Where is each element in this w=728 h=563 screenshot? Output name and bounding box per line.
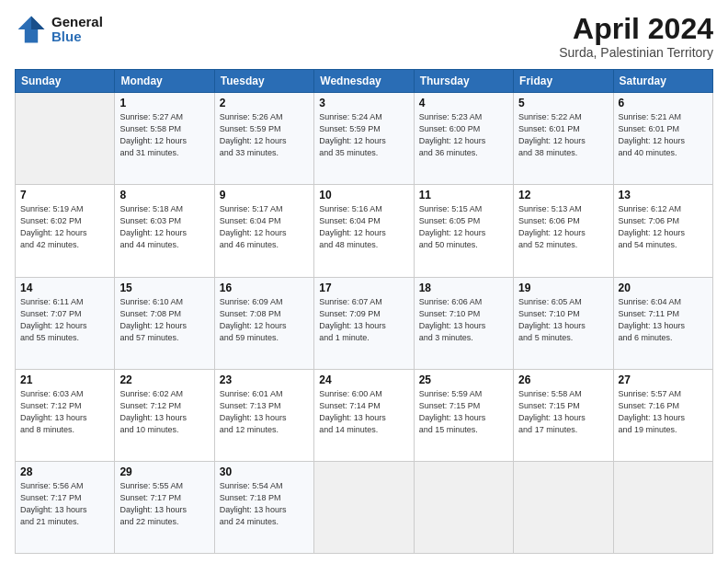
day-number: 21 [20, 373, 109, 386]
day-info: Sunrise: 5:26 AM Sunset: 5:59 PM Dayligh… [220, 111, 309, 159]
day-number: 27 [619, 373, 708, 386]
calendar-cell: 7Sunrise: 5:19 AM Sunset: 6:02 PM Daylig… [16, 185, 115, 277]
calendar-cell: 19Sunrise: 6:05 AM Sunset: 7:10 PM Dayli… [514, 277, 613, 369]
col-wednesday: Wednesday [314, 70, 414, 93]
day-info: Sunrise: 6:02 AM Sunset: 7:12 PM Dayligh… [119, 388, 209, 436]
calendar-cell: 14Sunrise: 6:11 AM Sunset: 7:07 PM Dayli… [16, 277, 115, 369]
header: General Blue April 2024 Surda, Palestini… [15, 13, 713, 60]
calendar-cell: 18Sunrise: 6:06 AM Sunset: 7:10 PM Dayli… [414, 277, 513, 369]
day-info: Sunrise: 6:00 AM Sunset: 7:14 PM Dayligh… [319, 388, 408, 436]
col-friday: Friday [514, 70, 613, 93]
logo-icon [15, 13, 48, 46]
day-number: 1 [119, 97, 209, 109]
day-info: Sunrise: 5:17 AM Sunset: 6:04 PM Dayligh… [220, 203, 309, 251]
col-monday: Monday [115, 70, 214, 93]
day-number: 10 [319, 189, 408, 201]
calendar-cell: 5Sunrise: 5:22 AM Sunset: 6:01 PM Daylig… [514, 93, 613, 185]
day-info: Sunrise: 6:12 AM Sunset: 7:06 PM Dayligh… [619, 203, 708, 251]
day-info: Sunrise: 5:13 AM Sunset: 6:06 PM Dayligh… [518, 203, 608, 251]
day-info: Sunrise: 5:57 AM Sunset: 7:16 PM Dayligh… [619, 388, 708, 436]
calendar-cell: 28Sunrise: 5:56 AM Sunset: 7:17 PM Dayli… [16, 461, 115, 553]
day-number: 2 [220, 97, 309, 109]
day-number: 29 [119, 465, 209, 478]
calendar-cell: 17Sunrise: 6:07 AM Sunset: 7:09 PM Dayli… [314, 277, 414, 369]
day-number: 6 [619, 97, 708, 109]
day-number: 13 [619, 189, 708, 201]
day-number: 26 [518, 373, 608, 386]
day-number: 5 [518, 97, 608, 109]
calendar-cell: 3Sunrise: 5:24 AM Sunset: 5:59 PM Daylig… [314, 93, 414, 185]
day-info: Sunrise: 6:05 AM Sunset: 7:10 PM Dayligh… [518, 296, 608, 344]
month-title: April 2024 [559, 13, 713, 45]
calendar-cell: 22Sunrise: 6:02 AM Sunset: 7:12 PM Dayli… [115, 369, 214, 461]
calendar-cell: 11Sunrise: 5:15 AM Sunset: 6:05 PM Dayli… [414, 185, 513, 277]
logo-text: General Blue [51, 15, 103, 45]
day-number: 30 [220, 465, 309, 478]
day-info: Sunrise: 5:16 AM Sunset: 6:04 PM Dayligh… [319, 203, 408, 251]
day-info: Sunrise: 6:04 AM Sunset: 7:11 PM Dayligh… [619, 296, 708, 344]
day-number: 14 [20, 282, 109, 294]
day-info: Sunrise: 6:06 AM Sunset: 7:10 PM Dayligh… [419, 296, 508, 344]
calendar-cell [16, 93, 115, 185]
day-info: Sunrise: 5:58 AM Sunset: 7:15 PM Dayligh… [518, 388, 608, 436]
calendar-cell: 1Sunrise: 5:27 AM Sunset: 5:58 PM Daylig… [115, 93, 214, 185]
day-info: Sunrise: 5:15 AM Sunset: 6:05 PM Dayligh… [419, 203, 508, 251]
day-info: Sunrise: 5:22 AM Sunset: 6:01 PM Dayligh… [518, 111, 608, 159]
title-block: April 2024 Surda, Palestinian Territory [559, 13, 713, 60]
col-saturday: Saturday [613, 70, 712, 93]
day-info: Sunrise: 5:27 AM Sunset: 5:58 PM Dayligh… [119, 111, 209, 159]
calendar-cell: 8Sunrise: 5:18 AM Sunset: 6:03 PM Daylig… [115, 185, 214, 277]
calendar-cell: 21Sunrise: 6:03 AM Sunset: 7:12 PM Dayli… [16, 369, 115, 461]
day-info: Sunrise: 5:23 AM Sunset: 6:00 PM Dayligh… [419, 111, 508, 159]
day-info: Sunrise: 6:11 AM Sunset: 7:07 PM Dayligh… [20, 296, 109, 344]
day-number: 15 [119, 282, 209, 294]
calendar-cell: 4Sunrise: 5:23 AM Sunset: 6:00 PM Daylig… [414, 93, 513, 185]
calendar-cell: 25Sunrise: 5:59 AM Sunset: 7:15 PM Dayli… [414, 369, 513, 461]
calendar-cell [613, 461, 712, 553]
calendar-cell: 23Sunrise: 6:01 AM Sunset: 7:13 PM Dayli… [214, 369, 313, 461]
day-info: Sunrise: 5:54 AM Sunset: 7:18 PM Dayligh… [220, 480, 309, 528]
day-info: Sunrise: 5:21 AM Sunset: 6:01 PM Dayligh… [619, 111, 708, 159]
day-number: 20 [619, 282, 708, 294]
calendar-week-row-1: 7Sunrise: 5:19 AM Sunset: 6:02 PM Daylig… [16, 185, 713, 277]
calendar-cell: 2Sunrise: 5:26 AM Sunset: 5:59 PM Daylig… [214, 93, 313, 185]
day-number: 17 [319, 282, 408, 294]
day-number: 23 [220, 373, 309, 386]
col-sunday: Sunday [16, 70, 115, 93]
svg-marker-1 [31, 17, 44, 29]
day-number: 18 [419, 282, 508, 294]
col-thursday: Thursday [414, 70, 513, 93]
calendar-cell [514, 461, 613, 553]
day-number: 24 [319, 373, 408, 386]
calendar-cell: 12Sunrise: 5:13 AM Sunset: 6:06 PM Dayli… [514, 185, 613, 277]
day-number: 8 [119, 189, 209, 201]
calendar-cell: 15Sunrise: 6:10 AM Sunset: 7:08 PM Dayli… [115, 277, 214, 369]
calendar-cell: 30Sunrise: 5:54 AM Sunset: 7:18 PM Dayli… [214, 461, 313, 553]
calendar-cell: 16Sunrise: 6:09 AM Sunset: 7:08 PM Dayli… [214, 277, 313, 369]
calendar-cell: 6Sunrise: 5:21 AM Sunset: 6:01 PM Daylig… [613, 93, 712, 185]
day-info: Sunrise: 6:10 AM Sunset: 7:08 PM Dayligh… [119, 296, 209, 344]
col-tuesday: Tuesday [214, 70, 313, 93]
calendar-week-row-4: 28Sunrise: 5:56 AM Sunset: 7:17 PM Dayli… [16, 461, 713, 553]
day-info: Sunrise: 5:55 AM Sunset: 7:17 PM Dayligh… [119, 480, 209, 528]
day-info: Sunrise: 6:07 AM Sunset: 7:09 PM Dayligh… [319, 296, 408, 344]
day-number: 4 [419, 97, 508, 109]
calendar-week-row-0: 1Sunrise: 5:27 AM Sunset: 5:58 PM Daylig… [16, 93, 713, 185]
day-number: 16 [220, 282, 309, 294]
calendar-cell: 24Sunrise: 6:00 AM Sunset: 7:14 PM Dayli… [314, 369, 414, 461]
calendar-cell: 20Sunrise: 6:04 AM Sunset: 7:11 PM Dayli… [613, 277, 712, 369]
day-number: 9 [220, 189, 309, 201]
day-number: 7 [20, 189, 109, 201]
day-number: 19 [518, 282, 608, 294]
calendar-cell [414, 461, 513, 553]
day-info: Sunrise: 6:03 AM Sunset: 7:12 PM Dayligh… [20, 388, 109, 436]
day-number: 12 [518, 189, 608, 201]
calendar-week-row-3: 21Sunrise: 6:03 AM Sunset: 7:12 PM Dayli… [16, 369, 713, 461]
calendar-cell: 26Sunrise: 5:58 AM Sunset: 7:15 PM Dayli… [514, 369, 613, 461]
day-info: Sunrise: 5:18 AM Sunset: 6:03 PM Dayligh… [119, 203, 209, 251]
day-info: Sunrise: 5:59 AM Sunset: 7:15 PM Dayligh… [419, 388, 508, 436]
day-info: Sunrise: 6:01 AM Sunset: 7:13 PM Dayligh… [220, 388, 309, 436]
calendar-cell: 13Sunrise: 6:12 AM Sunset: 7:06 PM Dayli… [613, 185, 712, 277]
calendar-cell: 27Sunrise: 5:57 AM Sunset: 7:16 PM Dayli… [613, 369, 712, 461]
logo: General Blue [15, 13, 103, 46]
